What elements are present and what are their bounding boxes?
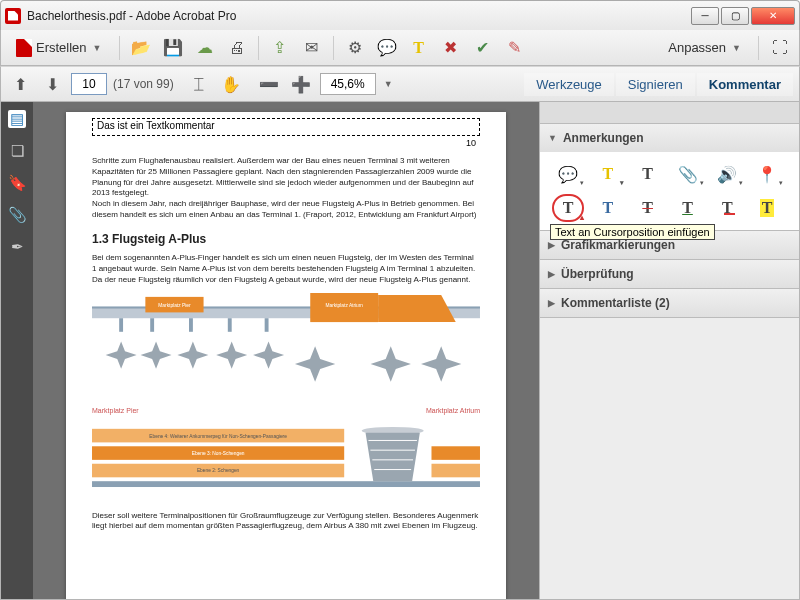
select-tool-button[interactable]: ⌶: [186, 71, 212, 97]
svg-text:Ebene 3: Non-Schengen: Ebene 3: Non-Schengen: [192, 451, 245, 456]
comment-bubble-button[interactable]: 💬: [374, 35, 400, 61]
figure-caption-right: Marktplatz Atrium: [426, 406, 480, 415]
approve-button[interactable]: ✔: [470, 35, 496, 61]
highlight-text-tool[interactable]: T: [753, 196, 781, 220]
comments-panel: ▼ Anmerkungen 💬▾ T▾ T 📎▾ 🔊▾ 📍▾ T T T T T…: [539, 102, 799, 599]
text-annotation-button[interactable]: T: [406, 35, 432, 61]
svg-marker-13: [141, 342, 172, 369]
svg-rect-9: [189, 319, 193, 333]
maximize-button[interactable]: ▢: [721, 7, 749, 25]
print-button[interactable]: 🖨: [224, 35, 250, 61]
zoom-in-button[interactable]: ➕: [288, 71, 314, 97]
minimize-button[interactable]: ─: [691, 7, 719, 25]
settings-button[interactable]: ⚙: [342, 35, 368, 61]
chevron-down-icon[interactable]: ▼: [384, 79, 393, 89]
window-title: Bachelorthesis.pdf - Adobe Acrobat Pro: [27, 9, 691, 23]
attach-file-tool[interactable]: 📎▾: [674, 162, 702, 186]
close-button[interactable]: ✕: [751, 7, 795, 25]
insert-text-tool[interactable]: T: [554, 196, 582, 220]
section-annotations[interactable]: ▼ Anmerkungen: [540, 124, 799, 152]
page-down-button[interactable]: ⬇: [39, 71, 65, 97]
figure-caption-left: Marktplatz Pier: [92, 406, 139, 415]
chevron-down-icon: ▼: [548, 133, 557, 143]
svg-marker-12: [106, 342, 137, 369]
chevron-right-icon: ▶: [548, 269, 555, 279]
replace-text-tool[interactable]: T: [594, 196, 622, 220]
svg-rect-26: [92, 481, 480, 487]
create-button[interactable]: Erstellen ▼: [7, 35, 111, 61]
window-titlebar: Bachelorthesis.pdf - Adobe Acrobat Pro ─…: [0, 0, 800, 30]
document-viewport[interactable]: Das ist ein Textkommentar 10 Schritte zu…: [33, 102, 539, 599]
body-paragraph: Dieser soll weitere Terminalpositionen f…: [92, 511, 480, 533]
section-comment-list[interactable]: ▶ Kommentarliste (2): [540, 289, 799, 317]
annotation-tools-grid: 💬▾ T▾ T 📎▾ 🔊▾ 📍▾ T T T T T T Text an Cur…: [540, 152, 799, 230]
fullscreen-button[interactable]: ⛶: [767, 35, 793, 61]
pages-icon[interactable]: ❏: [8, 142, 26, 160]
svg-marker-19: [421, 347, 461, 382]
section-review[interactable]: ▶ Überprüfung: [540, 260, 799, 288]
cloud-upload-button[interactable]: ☁: [192, 35, 218, 61]
main-area: ▤ ❏ 🔖 📎 ✒ Das ist ein Textkommentar 10 S…: [0, 102, 800, 600]
save-button[interactable]: 💾: [160, 35, 186, 61]
text-box-tool[interactable]: T▾: [594, 162, 622, 186]
page-number: 10: [466, 138, 476, 148]
page-number-input[interactable]: [71, 73, 107, 95]
body-paragraph: Noch in diesem Jahr, nach dreijähriger B…: [92, 199, 480, 221]
sticky-note-tool[interactable]: 💬▾: [554, 162, 582, 186]
text-tool[interactable]: T: [634, 162, 662, 186]
tab-comment[interactable]: Kommentar: [697, 73, 793, 96]
svg-marker-18: [371, 347, 411, 382]
signatures-icon[interactable]: ✒: [8, 238, 26, 256]
panel-handle[interactable]: [540, 102, 799, 124]
section-heading: 1.3 Flugsteig A-Plus: [92, 231, 480, 247]
svg-text:Marktplatz Pier: Marktplatz Pier: [158, 303, 191, 308]
section-label: Kommentarliste (2): [561, 296, 670, 310]
svg-marker-15: [216, 342, 247, 369]
stamp-tool[interactable]: 📍▾: [753, 162, 781, 186]
strikethrough-tool[interactable]: T: [634, 196, 662, 220]
email-button[interactable]: ✉: [299, 35, 325, 61]
svg-rect-33: [431, 447, 479, 461]
svg-rect-7: [119, 319, 123, 333]
attachments-icon[interactable]: 📎: [8, 206, 26, 224]
customize-button[interactable]: Anpassen ▼: [659, 35, 750, 61]
section-label: Überprüfung: [561, 267, 634, 281]
pdf-icon: [16, 39, 32, 57]
page-up-button[interactable]: ⬆: [7, 71, 33, 97]
app-icon: [5, 8, 21, 24]
share-button[interactable]: ⇪: [267, 35, 293, 61]
edit-button[interactable]: ✎: [502, 35, 528, 61]
tab-sign[interactable]: Signieren: [616, 73, 695, 96]
pdf-page: Das ist ein Textkommentar 10 Schritte zu…: [66, 112, 506, 599]
customize-label: Anpassen: [668, 40, 726, 55]
text-comment-annotation[interactable]: Das ist ein Textkommentar: [92, 118, 480, 136]
thumbnails-icon[interactable]: ▤: [8, 110, 26, 128]
page-count-label: (17 von 99): [113, 77, 174, 91]
svg-rect-8: [150, 319, 154, 333]
bookmarks-icon[interactable]: 🔖: [8, 174, 26, 192]
section-label: Anmerkungen: [563, 131, 644, 145]
body-paragraph: Schritte zum Flughafenausbau realisiert.…: [92, 156, 480, 199]
audio-comment-tool[interactable]: 🔊▾: [713, 162, 741, 186]
open-button[interactable]: 📂: [128, 35, 154, 61]
svg-marker-6: [378, 295, 456, 322]
chevron-down-icon: ▼: [732, 43, 741, 53]
tab-tools[interactable]: Werkzeuge: [524, 73, 614, 96]
text-comment-content: Das ist ein Textkommentar: [97, 120, 215, 131]
underline-tool[interactable]: T: [674, 196, 702, 220]
svg-rect-10: [228, 319, 232, 333]
svg-text:Ebene 2: Schengen: Ebene 2: Schengen: [197, 469, 240, 474]
delete-annotation-button[interactable]: ✖: [438, 35, 464, 61]
zoom-input[interactable]: [320, 73, 376, 95]
add-note-to-text-tool[interactable]: T: [713, 196, 741, 220]
svg-text:Marktplatz Atrium: Marktplatz Atrium: [326, 303, 363, 308]
main-toolbar: Erstellen ▼ 📂 💾 ☁ 🖨 ⇪ ✉ ⚙ 💬 T ✖ ✔ ✎ Anpa…: [0, 30, 800, 66]
chevron-right-icon: ▶: [548, 240, 555, 250]
svg-rect-11: [265, 319, 269, 333]
zoom-out-button[interactable]: ➖: [256, 71, 282, 97]
svg-rect-34: [431, 464, 479, 478]
section-label: Grafikmarkierungen: [561, 238, 675, 252]
figure-section-view: Ebene 4: Weiterer Ankommerpeg für Non-Sc…: [92, 423, 480, 504]
hand-tool-button[interactable]: ✋: [218, 71, 244, 97]
tooltip: Text an Cursorposition einfügen: [550, 224, 715, 240]
